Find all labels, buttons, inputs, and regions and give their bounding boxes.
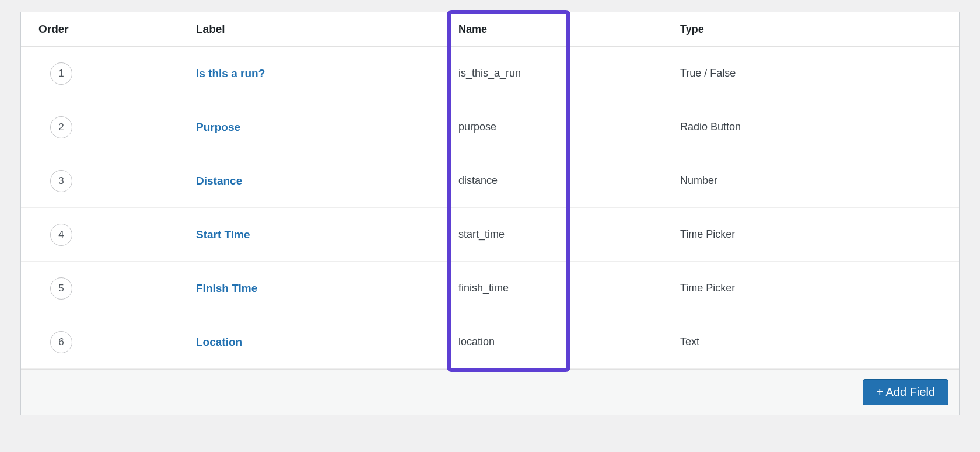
header-order: Order [21, 23, 196, 36]
fields-footer: + Add Field [21, 369, 959, 415]
order-badge[interactable]: 1 [50, 62, 72, 85]
order-badge[interactable]: 2 [50, 116, 72, 138]
field-type: Time Picker [680, 282, 959, 294]
field-label-link[interactable]: Start Time [196, 228, 250, 241]
field-name: start_time [459, 228, 680, 241]
field-type: Time Picker [680, 228, 959, 241]
table-row[interactable]: 1 Is this a run? is_this_a_run True / Fa… [21, 47, 959, 100]
field-label-link[interactable]: Purpose [196, 121, 240, 133]
table-row[interactable]: 3 Distance distance Number [21, 154, 959, 208]
table-header: Order Label Name Type [21, 12, 959, 47]
table-row[interactable]: 2 Purpose purpose Radio Button [21, 100, 959, 154]
field-label-link[interactable]: Location [196, 336, 242, 348]
table-row[interactable]: 6 Location location Text [21, 315, 959, 369]
order-badge[interactable]: 5 [50, 277, 72, 300]
field-type: Text [680, 336, 959, 348]
order-badge[interactable]: 3 [50, 170, 72, 192]
field-label-link[interactable]: Finish Time [196, 282, 257, 294]
field-name: is_this_a_run [459, 67, 680, 79]
table-row[interactable]: 5 Finish Time finish_time Time Picker [21, 262, 959, 315]
add-field-button[interactable]: + Add Field [863, 379, 949, 405]
fields-table: Order Label Name Type 1 Is this a run? i… [21, 12, 959, 369]
field-type: Number [680, 175, 959, 187]
fields-panel: Order Label Name Type 1 Is this a run? i… [20, 12, 960, 415]
order-badge[interactable]: 4 [50, 224, 72, 246]
header-type: Type [680, 23, 959, 36]
field-name: location [459, 336, 680, 348]
field-label-link[interactable]: Is this a run? [196, 67, 265, 79]
header-label: Label [196, 23, 459, 36]
table-row[interactable]: 4 Start Time start_time Time Picker [21, 208, 959, 262]
field-label-link[interactable]: Distance [196, 175, 242, 187]
field-name: finish_time [459, 282, 680, 294]
field-type: Radio Button [680, 121, 959, 133]
order-badge[interactable]: 6 [50, 331, 72, 353]
header-name: Name [459, 23, 680, 36]
field-type: True / False [680, 67, 959, 79]
field-name: distance [459, 175, 680, 187]
field-name: purpose [459, 121, 680, 133]
